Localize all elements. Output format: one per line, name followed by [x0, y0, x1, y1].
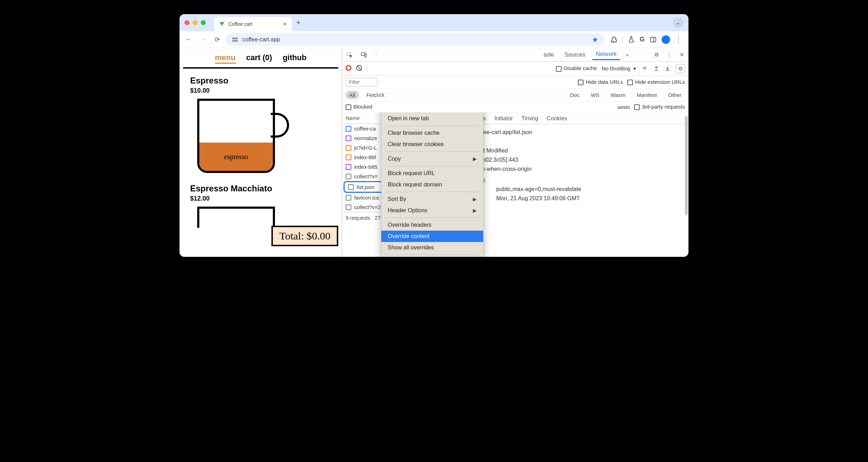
file-type-icon — [346, 195, 351, 201]
file-type-icon — [346, 204, 351, 210]
menu-sort-by[interactable]: Sort By▶ — [381, 194, 483, 205]
device-toggle-icon[interactable] — [358, 50, 370, 59]
nav-cart[interactable]: cart (0) — [246, 53, 272, 64]
hide-data-urls-toggle[interactable]: Hide data URLs — [578, 79, 623, 85]
detail-tab[interactable]: Initiator — [494, 115, 513, 122]
browser-tab[interactable]: Coffee cart ✕ — [214, 17, 292, 31]
close-devtools-icon[interactable]: ✕ — [678, 50, 686, 59]
throttling-select[interactable]: No throttling ▾ — [602, 65, 636, 72]
hide-ext-urls-toggle[interactable]: Hide extension URLs — [627, 79, 685, 85]
webpage-content: menu cart (0) github Espresso $10.00 esp… — [180, 48, 342, 257]
product-image[interactable] — [190, 207, 289, 228]
wifi-icon[interactable] — [641, 66, 648, 71]
menu-open-new-tab[interactable]: Open in new tab — [381, 113, 483, 124]
svg-rect-4 — [651, 37, 656, 42]
file-type-icon — [346, 155, 351, 160]
context-menu: Open in Sources panel Open in new tab Cl… — [381, 112, 483, 257]
filter-doc[interactable]: Doc — [567, 91, 583, 99]
detail-tab[interactable]: Cookies — [547, 115, 567, 122]
forward-button[interactable]: → — [197, 34, 209, 45]
menu-override-content[interactable]: Override content — [381, 231, 483, 242]
filter-wasm[interactable]: Wasm — [607, 91, 629, 99]
bookmark-icon[interactable]: ★ — [592, 35, 598, 44]
browser-menu-icon[interactable]: ⋮ — [675, 35, 682, 44]
minimize-window-button[interactable] — [193, 20, 198, 25]
product-image[interactable]: espresso — [190, 99, 289, 177]
devtools-menu-icon[interactable]: ⋮ — [664, 50, 674, 59]
site-info-icon[interactable] — [232, 36, 238, 43]
labs-icon[interactable] — [628, 36, 635, 43]
record-button[interactable] — [346, 65, 351, 72]
network-settings-icon[interactable]: ⚙ — [676, 64, 685, 73]
disable-cache-toggle[interactable]: Disable cache — [556, 65, 597, 71]
blocked-requests-label: uests — [617, 104, 630, 110]
request-name: index-8bf — [354, 154, 376, 160]
product-price: $10.00 — [190, 87, 331, 94]
download-icon[interactable] — [664, 65, 671, 72]
google-icon[interactable]: G — [640, 36, 645, 43]
side-panel-icon[interactable] — [650, 36, 657, 43]
general-url: https://coffee-cart.app/list.json — [457, 129, 683, 135]
nav-github[interactable]: github — [283, 53, 306, 64]
back-button[interactable]: ← — [183, 34, 194, 45]
menu-override-headers[interactable]: Override headers — [381, 219, 483, 231]
filter-all[interactable]: All — [346, 91, 359, 99]
clear-button[interactable] — [356, 65, 362, 72]
new-tab-button[interactable]: + — [296, 18, 301, 27]
address-bar[interactable]: coffee-cart.app ★ — [225, 33, 605, 46]
upload-icon[interactable] — [653, 65, 659, 72]
nav-menu[interactable]: menu — [215, 53, 236, 64]
filter-other[interactable]: Other — [664, 91, 685, 99]
extensions-icon[interactable] — [610, 36, 617, 43]
request-name: normalize — [354, 135, 377, 141]
general-remote: [64:ff9b::4b02:3c05]:443 — [457, 157, 683, 163]
menu-clear-cookies[interactable]: Clear browser cookies — [381, 139, 483, 150]
tab-sources[interactable]: Sources — [561, 50, 589, 59]
window-controls — [184, 20, 206, 25]
request-list: Name coffee-canormalizejs?id=G-Lindex-8b… — [342, 112, 427, 257]
total-display[interactable]: Total: $0.00 — [271, 226, 338, 246]
filter-fetch[interactable]: Fetch/X — [363, 91, 388, 99]
product-name: Espresso Macchiato — [190, 184, 331, 194]
menu-save-har[interactable]: Save all as HAR with content — [381, 256, 483, 257]
file-type-icon — [346, 164, 351, 170]
more-tabs-icon[interactable]: » — [624, 50, 631, 59]
file-type-icon — [346, 145, 351, 151]
menu-header-options[interactable]: Header Options▶ — [381, 205, 483, 216]
request-name: js?id=G-L — [354, 145, 377, 151]
tab-network[interactable]: Network — [592, 50, 620, 60]
mug-label: espresso — [199, 143, 273, 171]
detail-tab[interactable]: Timing — [521, 115, 538, 122]
request-name: list.json — [357, 184, 374, 190]
menu-block-domain[interactable]: Block request domain — [381, 179, 483, 190]
maximize-window-button[interactable] — [201, 20, 206, 25]
inspect-icon[interactable] — [344, 50, 355, 59]
tab-search-button[interactable]: ⌄ — [673, 17, 684, 28]
request-name: favicon.ico — [354, 195, 379, 201]
blocked-toggle[interactable]: Blocked — [346, 104, 372, 110]
settings-icon[interactable]: ⚙ — [652, 50, 661, 59]
browser-tabstrip: Coffee cart ✕ + ⌄ — [180, 14, 688, 31]
close-tab-icon[interactable]: ✕ — [283, 21, 287, 27]
filter-ws[interactable]: WS — [587, 91, 603, 99]
product-name: Espresso — [190, 76, 331, 86]
reload-button[interactable]: ⟳ — [211, 34, 223, 45]
devtools-panel: | sole Sources Network » ⚙ ⋮ ✕ Disable c… — [342, 48, 688, 257]
profile-avatar[interactable] — [662, 35, 670, 44]
menu-clear-cache[interactable]: Clear browser cache — [381, 127, 483, 139]
menu-show-overrides[interactable]: Show all overrides — [381, 242, 483, 253]
general-referrer: strict-origin-when-cross-origin — [457, 166, 683, 172]
scrollbar-thumb[interactable] — [685, 116, 688, 215]
menu-block-url[interactable]: Block request URL — [381, 168, 483, 179]
filter-manifest[interactable]: Manifest — [633, 91, 661, 99]
menu-copy[interactable]: Copy▶ — [381, 153, 483, 164]
file-type-icon — [346, 126, 351, 132]
svg-rect-1 — [235, 38, 237, 39]
request-name: coffee-ca — [354, 126, 376, 132]
close-window-button[interactable] — [184, 20, 189, 25]
product-price: $12.00 — [190, 195, 331, 202]
third-party-toggle[interactable]: 3rd-party requests — [634, 104, 685, 110]
header-value: Mon, 21 Aug 2023 10:49:06 GMT — [496, 195, 683, 202]
filter-input[interactable] — [346, 78, 377, 86]
tab-console[interactable]: sole — [540, 50, 557, 59]
